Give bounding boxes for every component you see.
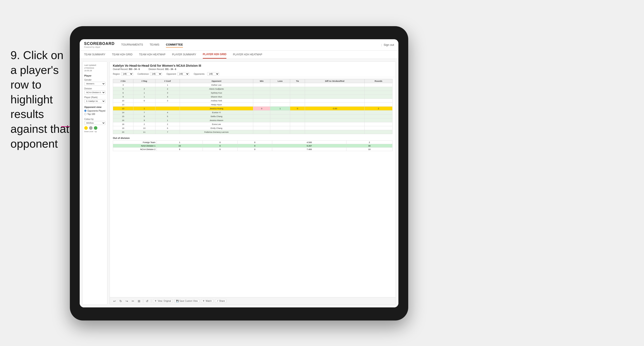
- colour-up: [94, 126, 97, 130]
- save-icon: 💾: [176, 300, 178, 302]
- opponent-filter: Opponent (All): [166, 72, 189, 76]
- th-loss: Loss: [270, 79, 290, 83]
- subnav-player-h2h-grid[interactable]: PLAYER H2H GRID: [203, 51, 226, 59]
- opponents-select[interactable]: (All): [207, 72, 219, 76]
- forward-button[interactable]: ↪: [125, 299, 129, 303]
- opponent-view-section: Opponent view Opponents Played Top 100: [84, 106, 106, 115]
- th-reg: # Reg: [133, 79, 155, 83]
- undo-button[interactable]: ↩: [112, 299, 117, 303]
- ood-row-ncaa2[interactable]: NCAA Division 2 5 0 0 7.400 10: [113, 148, 392, 151]
- ood-table: Foreign Team 1 0 0 4.500 2 NAIA Division…: [113, 140, 392, 151]
- ood-section-title: Out of division: [113, 137, 392, 139]
- watch-button[interactable]: 👁 Watch: [201, 299, 213, 303]
- player-rank-label: Player (Rank): [84, 96, 106, 99]
- gender-select[interactable]: Women's: [84, 82, 106, 86]
- table-row[interactable]: 522 Alexis Sudjianto: [113, 87, 392, 91]
- region-select[interactable]: (All): [121, 72, 133, 76]
- table-row[interactable]: 31 Esther Lee: [113, 83, 392, 87]
- refresh-button[interactable]: ↺: [145, 299, 149, 303]
- sign-out-link[interactable]: Sign out: [384, 43, 394, 46]
- colour-select[interactable]: Win/loss: [84, 121, 106, 125]
- cut-button[interactable]: ✂: [131, 299, 135, 303]
- overall-record: Overall Record: 353 - 34 - 6: [113, 68, 140, 70]
- subnav-team-h2h-grid[interactable]: TEAM H2H GRID: [112, 51, 132, 58]
- content-title: Katelyn Vo Head-to-Head Grid for Women's…: [113, 64, 392, 67]
- watch-icon: 👁: [202, 300, 205, 302]
- logo-text: SCOREBOARD: [84, 41, 114, 46]
- save-custom-view-button[interactable]: 💾 Save Custom View: [174, 299, 199, 303]
- table-row[interactable]: 613 Sydney Kuo: [113, 91, 392, 95]
- colour-down: [84, 126, 88, 130]
- tablet-screen: SCOREBOARD Powered by clippd TOURNAMENTS…: [80, 39, 398, 307]
- copy-button[interactable]: ⊞: [137, 299, 141, 303]
- instruction-text: 9. Click on a player's row to highlight …: [10, 48, 72, 151]
- table-row[interactable]: 1822 Euna Lee: [113, 122, 392, 126]
- division-select[interactable]: NCAA Division III: [84, 90, 106, 94]
- content-area: Katelyn Vo Head-to-Head Grid for Women's…: [110, 61, 396, 305]
- radio-dot-selected: [84, 110, 86, 112]
- player-section-title: Player: [84, 74, 106, 77]
- th-opponent: Opponent: [180, 79, 253, 83]
- share-icon: ↗: [216, 300, 218, 302]
- subnav-team-summary[interactable]: TEAM SUMMARY: [84, 51, 106, 58]
- radio-top-100[interactable]: Top 100: [84, 113, 106, 115]
- table-row-highlighted[interactable]: 131 Jessica Huang 0 1 0 -3.00 2: [113, 107, 392, 111]
- colour-level: [89, 126, 92, 130]
- ood-row-foreign[interactable]: Foreign Team 1 0 0 4.500 2: [113, 141, 392, 144]
- view-icon: 👁: [154, 300, 157, 302]
- radio-opponents-played[interactable]: Opponents Played: [84, 110, 106, 112]
- radio-dot-unselected: [84, 113, 86, 115]
- content-header: Katelyn Vo Head-to-Head Grid for Women's…: [110, 62, 396, 77]
- colour-section: Colour by Win/loss Down Level Up: [84, 118, 106, 133]
- top-navigation: SCOREBOARD Powered by clippd TOURNAMENTS…: [80, 39, 398, 51]
- th-win: Win: [253, 79, 270, 83]
- conference-select[interactable]: (All): [150, 72, 162, 76]
- conference-filter: Conference (All): [138, 72, 162, 76]
- top-nav-links: TOURNAMENTS TEAMS COMMITTEE: [121, 42, 381, 47]
- redo-button[interactable]: ↻: [118, 299, 123, 303]
- subnav-player-summary[interactable]: PLAYER SUMMARY: [172, 51, 196, 58]
- out-of-division-section: Out of division Foreign Team 1 0 0 4.500…: [113, 137, 392, 151]
- opponents-filter-group: Opponents: (All): [194, 72, 219, 76]
- player-rank-select[interactable]: 8. Katelyn Vo: [84, 99, 106, 103]
- records-row: Overall Record: 353 - 34 - 6 Division Re…: [113, 68, 392, 70]
- bottom-toolbar: ↩ ↻ ↪ ✂ ⊞ ↺ 👁 View: Original 💾 Save Cust…: [110, 297, 396, 305]
- nav-teams[interactable]: TEAMS: [150, 42, 159, 47]
- th-diff: Diff Av Strokes/Rnd: [305, 79, 364, 83]
- opponent-select[interactable]: (All): [177, 72, 189, 76]
- table-row[interactable]: 20117 Federica Domecq Lacroze: [113, 130, 392, 134]
- table-row[interactable]: 13 Heeju Hyun: [113, 103, 392, 107]
- table-row[interactable]: 1063 Andrea York: [113, 99, 392, 103]
- gender-label: Gender: [84, 79, 106, 81]
- table-row[interactable]: 1691 Jessica Mason: [113, 118, 392, 122]
- region-filter: Region (All): [113, 72, 133, 76]
- sub-navigation: TEAM SUMMARY TEAM H2H GRID TEAM H2H HEAT…: [80, 51, 398, 59]
- view-original-button[interactable]: 👁 View: Original: [153, 299, 173, 303]
- opponent-view-title: Opponent view: [84, 106, 106, 108]
- division-record: Division Record: 331 - 34 - 6: [148, 68, 176, 70]
- nav-committee[interactable]: COMMITTEE: [166, 42, 183, 47]
- colour-circles: [84, 126, 106, 130]
- colour-label: Colour by: [84, 118, 106, 120]
- table-row[interactable]: 19106 Emily Chang: [113, 126, 392, 130]
- sign-out-area: | Sign out: [381, 43, 394, 46]
- division-label: Division: [84, 87, 106, 90]
- grid-area: # Div # Reg # Conf Opponent Win Loss Tie…: [110, 77, 396, 297]
- subnav-player-h2h-heatmap[interactable]: PLAYER H2H HEATMAP: [233, 51, 262, 58]
- ood-row-naia1[interactable]: NAIA Division 1 15 0 0 9.267 30: [113, 144, 392, 148]
- tablet-device: SCOREBOARD Powered by clippd TOURNAMENTS…: [70, 26, 408, 321]
- table-row[interactable]: 1474 Eunice Yi: [113, 111, 392, 115]
- share-button[interactable]: ↗ Share: [215, 299, 226, 303]
- th-rounds: Rounds: [364, 79, 392, 83]
- nav-tournaments[interactable]: TOURNAMENTS: [121, 42, 143, 47]
- main-content: Last Updated: 27/03/2024 16:55:28 Player…: [80, 59, 398, 307]
- logo-sub: Powered by clippd: [84, 46, 114, 48]
- table-row[interactable]: 914 Sharon Mun: [113, 95, 392, 99]
- sidebar-timestamp: Last Updated: 27/03/2024 16:55:28: [84, 64, 106, 72]
- filter-row: Region (All) Conference (All): [113, 72, 392, 76]
- subnav-team-h2h-heatmap[interactable]: TEAM H2H HEATMAP: [139, 51, 166, 58]
- th-tie: Tie: [290, 79, 305, 83]
- table-row[interactable]: 1585 Stella Chang: [113, 115, 392, 118]
- th-div: # Div: [113, 79, 134, 83]
- sidebar: Last Updated: 27/03/2024 16:55:28 Player…: [82, 61, 108, 305]
